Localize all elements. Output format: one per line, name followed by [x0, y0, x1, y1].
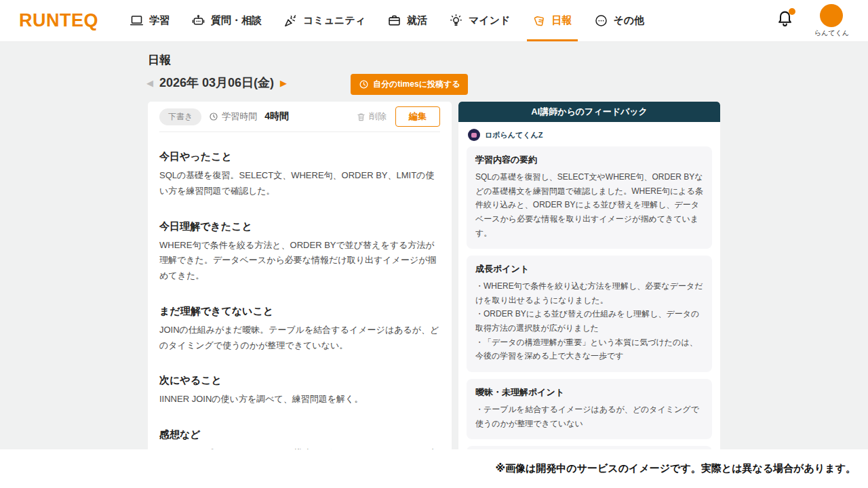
header-right: らんてくん — [776, 4, 849, 38]
nav-item[interactable]: 質問・相談 — [191, 0, 262, 41]
feedback-boxes: 学習内容の要約 SQLの基礎を復習し、SELECT文やWHERE句、ORDER … — [458, 146, 720, 449]
study-time-value: 4時間 — [264, 110, 289, 123]
report-section-body: WHERE句で条件を絞る方法と、ORDER BYで並び替えをする方法が理解できた… — [159, 238, 440, 284]
report-section-body: JOINの仕組みがまだ曖昧。テーブルを結合するイメージはあるが、どのタイミングで… — [159, 323, 440, 354]
user-menu[interactable]: らんてくん — [814, 4, 849, 38]
feedback-box-heading: 成長ポイント — [475, 263, 703, 275]
report-section-heading: 次にやること — [159, 374, 440, 387]
top-navbar: RUNTEQ 学習 質問・相談 コミュニティ 就活 マインド — [0, 0, 868, 42]
feedback-box: 成長ポイント ・WHERE句で条件を絞り込む方法を理解し、必要なデータだけを取り… — [467, 256, 712, 372]
runteq-logo[interactable]: RUNTEQ — [19, 10, 98, 31]
disclaimer-note: ※画像は開発中のサービスのイメージです。実際とは異なる場合があります。 — [495, 462, 856, 475]
delete-button[interactable]: 削除 — [356, 110, 387, 123]
feedback-box-heading: 曖昧・未理解ポイント — [475, 386, 703, 399]
ai-feedback-panel: AI講師からのフィードバック ロボらんてくんZ 学習内容の要約 SQLの基礎を復… — [458, 102, 720, 449]
delete-label: 削除 — [369, 110, 387, 123]
clock-icon — [209, 112, 218, 121]
main-content: 日報 ◀ 2026年 03月06日(金) ▶ 自分のtimesに投稿する 下書き… — [0, 42, 868, 449]
notification-badge — [789, 8, 795, 15]
footer-strip: ※画像は開発中のサービスのイメージです。実際とは異なる場合があります。 — [0, 449, 868, 488]
report-sections: 今日やったこと SQLの基礎を復習。SELECT文、WHERE句、ORDER B… — [159, 150, 440, 449]
avatar — [820, 4, 843, 27]
edit-button[interactable]: 編集 — [395, 106, 440, 127]
prev-day-arrow-icon[interactable]: ◀ — [146, 79, 153, 87]
nav-item-label: コミュニティ — [303, 14, 366, 27]
nav-item[interactable]: 学習 — [130, 0, 170, 41]
report-section-heading: 今日理解できたこと — [159, 220, 440, 233]
feedback-box-body: SQLの基礎を復習し、SELECT文やWHERE句、ORDER BYなどの基礎構… — [475, 170, 703, 240]
feedback-box-body: ・WHERE句で条件を絞り込む方法を理解し、必要なデータだけを取り出せるようにな… — [475, 279, 703, 363]
report-section: 今日理解できたこと WHERE句で条件を絞る方法と、ORDER BYで並び替えを… — [159, 220, 440, 284]
feedback-box: 曖昧・未理解ポイント ・テーブルを結合するイメージはあるが、どのタイミングで使う… — [467, 379, 712, 439]
nav-item[interactable]: マインド — [449, 0, 510, 41]
feedback-box-body: ・テーブルを結合するイメージはあるが、どのタイミングで使うのかが整理できていない — [475, 403, 703, 430]
robot-icon — [191, 14, 205, 28]
report-section: まだ理解できてないこと JOINの仕組みがまだ曖昧。テーブルを結合するイメージは… — [159, 305, 440, 354]
nav-item-label: その他 — [614, 14, 645, 27]
user-name: らんてくん — [814, 28, 849, 38]
bulb-icon — [449, 14, 463, 28]
app-window: RUNTEQ 学習 質問・相談 コミュニティ 就活 マインド — [0, 0, 868, 488]
study-time-label: 学習時間 — [222, 110, 257, 123]
main-nav: 学習 質問・相談 コミュニティ 就活 マインド 日報 — [130, 0, 644, 41]
report-card-header: 下書き 学習時間 4時間 削除 編集 — [159, 102, 440, 132]
feedback-author-row: ロボらんてくんZ — [458, 122, 720, 146]
nav-item-label: 学習 — [149, 14, 170, 27]
feedback-box-heading: 学習内容の要約 — [475, 154, 703, 166]
daily-report-card: 下書き 学習時間 4時間 削除 編集 今日やったこと — [148, 102, 452, 449]
report-icon — [532, 14, 547, 28]
post-to-times-label: 自分のtimesに投稿する — [373, 79, 460, 90]
trash-icon — [356, 112, 366, 122]
nav-item[interactable]: 日報 — [532, 0, 572, 41]
report-section: 感想など SQLはシンプルだけど、データの構造を理解していないとクエリを書くのが… — [159, 428, 440, 449]
report-section-heading: まだ理解できてないこと — [159, 305, 440, 318]
page-title: 日報 — [148, 52, 171, 68]
briefcase-icon — [387, 14, 401, 28]
nav-item-label: 日報 — [552, 14, 572, 27]
report-section: 今日やったこと SQLの基礎を復習。SELECT文、WHERE句、ORDER B… — [159, 150, 440, 199]
robot-avatar — [468, 129, 480, 141]
nav-item-label: 質問・相談 — [211, 14, 262, 27]
party-icon — [283, 14, 298, 28]
report-section-body: SQLの基礎を復習。SELECT文、WHERE句、ORDER BY、LMITの使… — [159, 168, 440, 199]
status-badge: 下書き — [159, 108, 201, 125]
nav-item-label: マインド — [469, 14, 510, 27]
feedback-author-name: ロボらんてくんZ — [485, 130, 543, 140]
nav-item[interactable]: コミュニティ — [283, 0, 366, 41]
more-icon — [594, 14, 608, 28]
study-time-label-group: 学習時間 — [209, 110, 257, 123]
notification-bell-icon[interactable] — [776, 8, 794, 26]
feedback-panel-title: AI講師からのフィードバック — [458, 102, 720, 122]
feedback-box: 学習内容の要約 SQLの基礎を復習し、SELECT文やWHERE句、ORDER … — [467, 146, 712, 249]
laptop-icon — [130, 14, 144, 28]
nav-item[interactable]: その他 — [594, 0, 645, 41]
report-section-heading: 感想など — [159, 428, 440, 441]
report-section-heading: 今日やったこと — [159, 150, 440, 163]
nav-item-label: 就活 — [407, 14, 427, 27]
date-navigator: ◀ 2026年 03月06日(金) ▶ — [146, 75, 287, 91]
clock-icon — [359, 79, 369, 89]
nav-item[interactable]: 就活 — [387, 0, 427, 41]
report-card-actions: 削除 編集 — [356, 106, 440, 127]
post-to-times-button[interactable]: 自分のtimesに投稿する — [351, 74, 468, 95]
report-section: 次にやること IINNER JOINの使い方を調べて、練習問題を解く。 — [159, 374, 440, 407]
current-date: 2026年 03月06日(金) — [159, 75, 274, 91]
next-day-arrow-icon[interactable]: ▶ — [280, 79, 287, 87]
report-section-body: IINNER JOINの使い方を調べて、練習問題を解く。 — [159, 392, 440, 407]
